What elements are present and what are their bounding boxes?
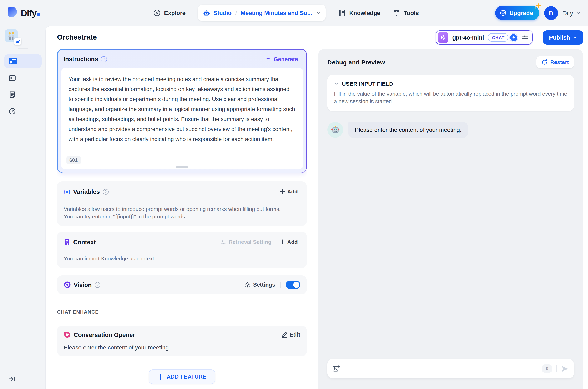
debug-title: Debug and Preview (327, 59, 385, 66)
instructions-editor[interactable]: Your task is to review the provided meet… (61, 68, 303, 169)
instructions-card: Instructions ? Generate Your task is to … (57, 49, 307, 173)
gem-icon (500, 10, 507, 16)
collapse-chevron-icon[interactable] (334, 82, 338, 86)
instructions-title: Instructions (64, 56, 98, 63)
vision-eye-icon (64, 281, 71, 288)
sparkle-icon (533, 2, 542, 12)
edit-opener-button[interactable]: Edit (281, 332, 300, 338)
nav-knowledge-label: Knowledge (349, 10, 380, 16)
current-app-icon[interactable] (4, 29, 18, 42)
account-menu[interactable]: D Dify (544, 6, 581, 20)
opener-message: Please enter the content of your meeting… (64, 344, 300, 351)
orchestrate-toolbar: Orchestrate gpt-4o-mini CHAT (57, 26, 583, 49)
add-feature-label: ADD FEATURE (167, 374, 207, 380)
chevron-down-icon[interactable] (316, 10, 321, 15)
restart-label: Restart (550, 59, 569, 65)
send-icon[interactable] (561, 365, 569, 373)
variables-description: Variables allow users to introduce promp… (64, 205, 291, 221)
char-count: 0 (542, 364, 552, 373)
help-icon[interactable]: ? (103, 189, 109, 194)
page-title: Orchestrate (57, 33, 97, 42)
generate-label: Generate (274, 56, 298, 62)
vision-settings-button[interactable]: Settings (244, 282, 275, 288)
sparkle-generate-icon (265, 56, 271, 62)
sidebar-nav (0, 54, 45, 118)
add-context-button[interactable]: Add (277, 237, 300, 247)
account-chevron-icon (576, 10, 581, 15)
sidebar-item-api[interactable] (4, 71, 42, 85)
generate-button[interactable]: Generate (263, 54, 300, 64)
sidebar-item-logs[interactable] (4, 87, 42, 101)
publish-chevron-icon (573, 35, 577, 40)
breadcrumb-studio[interactable]: Studio (213, 10, 231, 16)
context-title: Context (73, 239, 96, 245)
instructions-text[interactable]: Your task is to review the provided meet… (69, 74, 295, 144)
instructions-header: Instructions ? Generate (58, 49, 306, 68)
breadcrumb-app-name[interactable]: Meeting Minutes and Su... (240, 10, 312, 16)
dify-logo[interactable]: Dify (7, 6, 40, 19)
add-variable-button[interactable]: Add (277, 187, 300, 196)
pencil-icon (281, 332, 287, 338)
upgrade-button[interactable]: Upgrade (495, 6, 540, 20)
chat-input-bar: 0 (327, 359, 574, 378)
app-header: Dify Explore Studio / Meeting Minutes an… (0, 0, 588, 26)
account-avatar[interactable]: D (544, 6, 558, 20)
plus-icon (158, 374, 163, 380)
retrieval-setting-label: Retrieval Setting (229, 239, 271, 245)
content-columns: Instructions ? Generate Your task is to … (57, 49, 583, 389)
char-count-badge: 601 (66, 156, 81, 164)
model-mode-badge: CHAT (488, 33, 508, 42)
model-diamond-icon (510, 33, 518, 41)
plus-icon (280, 239, 285, 245)
sidebar-item-orchestrate[interactable] (4, 54, 42, 68)
bot-message-bubble: Please enter the content of your meeting… (348, 122, 468, 138)
app-shell: Orchestrate gpt-4o-mini CHAT (0, 26, 588, 389)
retrieval-sliders-icon (220, 239, 226, 245)
conversation-opener-section: Conversation Opener Edit Please enter th… (57, 326, 307, 356)
sidebar (0, 26, 45, 389)
help-icon[interactable]: ? (101, 56, 107, 62)
chat-text-input[interactable] (349, 359, 542, 378)
help-icon[interactable]: ? (95, 282, 101, 288)
context-doc-icon (64, 239, 70, 245)
model-selector[interactable]: gpt-4o-mini CHAT (436, 30, 533, 44)
add-feature-button[interactable]: ADD FEATURE (149, 369, 215, 384)
main-area: Orchestrate gpt-4o-mini CHAT (45, 26, 588, 389)
nav-knowledge[interactable]: Knowledge (338, 9, 380, 17)
gauge-icon (9, 108, 16, 115)
chat-scroll-area[interactable] (327, 138, 574, 359)
vision-toggle[interactable] (286, 281, 300, 289)
nav-explore[interactable]: Explore (153, 9, 185, 17)
publish-button[interactable]: Publish (543, 30, 583, 44)
variables-icon: {x} (64, 189, 70, 195)
input-divider (556, 365, 557, 372)
retrieval-setting-button[interactable]: Retrieval Setting (220, 239, 271, 245)
app-window-icon (9, 58, 17, 65)
debug-panel: Debug and Preview Restart USER INPUT FIE… (318, 49, 583, 389)
studio-robot-icon (203, 9, 210, 16)
vision-section: Vision ? Settings (57, 275, 307, 294)
app-root: Dify Explore Studio / Meeting Minutes an… (0, 0, 588, 389)
chat-enhance-label: CHAT ENHANCE (57, 309, 99, 315)
knowledge-icon (338, 9, 346, 17)
toolbar-divider (538, 34, 538, 41)
openai-icon (438, 32, 448, 43)
debug-header: Debug and Preview Restart (327, 56, 574, 68)
resize-handle[interactable] (176, 166, 188, 168)
tools-icon (393, 9, 400, 17)
chat-message-row: Please enter the content of your meeting… (327, 122, 574, 138)
breadcrumb[interactable]: Studio / Meeting Minutes and Su... (198, 4, 326, 21)
restart-button[interactable]: Restart (536, 56, 574, 68)
image-upload-icon[interactable] (332, 365, 340, 372)
bot-avatar (327, 122, 343, 138)
edit-label: Edit (290, 332, 300, 338)
dify-logo-icon (7, 6, 17, 19)
sidebar-collapse-button[interactable] (8, 375, 15, 382)
user-input-field-title: USER INPUT FIELD (342, 81, 393, 87)
nav-tools[interactable]: Tools (393, 9, 419, 17)
terminal-icon (9, 74, 16, 81)
model-settings-icon[interactable] (522, 34, 529, 41)
explore-icon (153, 9, 161, 17)
vision-settings-label: Settings (253, 282, 275, 288)
sidebar-item-monitoring[interactable] (4, 104, 42, 118)
